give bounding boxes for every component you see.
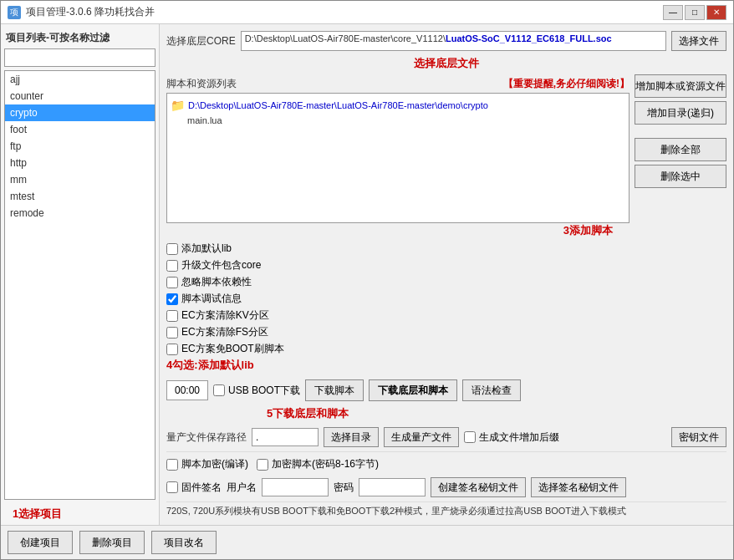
core-row: 选择底层CORE D:\Desktop\LuatOS-Air780E-maste…: [166, 29, 726, 53]
left-panel: 项目列表-可按名称过滤 ajj counter crypto foot ftp …: [1, 24, 160, 525]
project-item-ftp[interactable]: ftp: [5, 138, 155, 155]
project-item-http[interactable]: http: [5, 155, 155, 171]
script-section: 脚本和资源列表 【重要提醒,务必仔细阅读!】 📁 D:\Desktop\Luat…: [166, 74, 726, 374]
project-item-ajj[interactable]: ajj: [5, 71, 155, 88]
download-both-button[interactable]: 下载底层和脚本: [369, 379, 457, 401]
username-label: 用户名: [227, 481, 257, 495]
add-default-lib-checkbox[interactable]: [166, 243, 178, 255]
mass-label: 量产文件保存路径: [166, 430, 247, 445]
generate-suffix-label: 生成文件增加后缀: [479, 430, 559, 445]
add-default-lib-label: 添加默认lib: [181, 242, 232, 256]
encrypt-password-row: 加密脚本(密码8-16字节): [257, 457, 379, 471]
script-title-row: 脚本和资源列表 【重要提醒,务必仔细阅读!】: [166, 74, 630, 93]
title-bar: 项 项目管理-3.0.6 降功耗找合并 — □ ✕: [1, 1, 733, 24]
core-label: 选择底层CORE: [166, 34, 236, 48]
annotation-select-core: 选择底层文件: [166, 56, 726, 71]
ec-free-boot-checkbox[interactable]: [166, 344, 178, 355]
ignore-dependency-checkbox[interactable]: [166, 277, 178, 288]
annotation-default-lib: 4勾选:添加默认lib: [166, 356, 630, 374]
mass-path-input[interactable]: [252, 428, 319, 446]
ec-clear-fs-checkbox[interactable]: [166, 327, 178, 339]
sign-row: 固件签名 用户名 密码 创建签名秘钥文件 选择签名秘钥文件: [166, 476, 726, 498]
main-window: 项 项目管理-3.0.6 降功耗找合并 — □ ✕ 项目列表-可按名称过滤 aj…: [0, 0, 734, 560]
mass-row: 量产文件保存路径 选择目录 生成量产文件 生成文件增加后缀 密钥文件: [166, 426, 726, 448]
delete-all-button[interactable]: 删除全部: [635, 138, 726, 161]
ec-clear-fs-row: EC方案清除FS分区: [166, 325, 630, 339]
usb-boot-checkbox-row: USB BOOT下载: [213, 384, 300, 398]
main-content: 项目列表-可按名称过滤 ajj counter crypto foot ftp …: [1, 24, 733, 525]
password-input[interactable]: [359, 478, 426, 496]
right-panel-wrapper: 选择底层CORE D:\Desktop\LuatOS-Air780E-maste…: [160, 24, 733, 525]
encrypt-script-checkbox[interactable]: [166, 459, 178, 471]
script-folder-item: 📁 D:\Desktop\LuatOS-Air780E-master\LuatO…: [171, 97, 625, 114]
debug-info-row: 脚本调试信息: [166, 292, 630, 306]
encrypt-row: 脚本加密(编译) 加密脚本(密码8-16字节): [166, 451, 726, 473]
annotation-select-project: 1选择项目: [4, 507, 155, 522]
password-label: 密码: [334, 481, 354, 495]
project-item-foot[interactable]: foot: [5, 121, 155, 138]
ec-clear-fs-label: EC方案清除FS分区: [181, 325, 268, 339]
project-item-mm[interactable]: mm: [5, 171, 155, 188]
app-icon: 项: [8, 6, 21, 19]
window-title: 项目管理-3.0.6 降功耗找合并: [26, 5, 155, 19]
script-file-item[interactable]: main.lua: [171, 114, 625, 127]
project-item-remode[interactable]: remode: [5, 205, 155, 221]
core-path-right: LuatOS-SoC_V1112_EC618_FULL.soc: [446, 33, 612, 43]
ec-free-boot-label: EC方案免BOOT刷脚本: [181, 342, 284, 356]
upgrade-include-core-checkbox[interactable]: [166, 260, 178, 272]
firmware-sign-label: 固件签名: [181, 481, 222, 495]
time-display: 00:00: [166, 380, 208, 400]
checkboxes-area: 添加默认lib 升级文件包含core 忽略脚本依赖性: [166, 242, 630, 356]
window-controls: — □ ✕: [663, 5, 726, 20]
folder-icon: 📁: [171, 99, 185, 112]
ignore-dependency-label: 忽略脚本依赖性: [181, 275, 252, 289]
username-input[interactable]: [262, 478, 329, 496]
syntax-check-button[interactable]: 语法检查: [462, 379, 521, 401]
info-text: 720S, 720U系列模块有USB BOOT下载和免BOOT下载2种模式，里产…: [166, 501, 726, 520]
generate-suffix-checkbox[interactable]: [464, 431, 476, 443]
minimize-button[interactable]: —: [663, 5, 683, 20]
key-file-button[interactable]: 密钥文件: [671, 427, 726, 447]
select-core-file-button[interactable]: 选择文件: [671, 31, 726, 51]
script-list: 📁 D:\Desktop\LuatOS-Air780E-master\LuatO…: [166, 93, 630, 223]
debug-info-checkbox[interactable]: [166, 293, 178, 305]
project-item-mtest[interactable]: mtest: [5, 188, 155, 205]
generate-suffix-row: 生成文件增加后缀: [464, 430, 559, 445]
firmware-sign-row: 固件签名: [166, 481, 222, 495]
create-project-button[interactable]: 创建项目: [8, 531, 73, 554]
project-list: ajj counter crypto foot ftp http mm mtes…: [4, 70, 155, 500]
encrypt-script-row: 脚本加密(编译): [166, 457, 248, 471]
close-button[interactable]: ✕: [706, 5, 726, 20]
project-item-crypto[interactable]: crypto: [5, 104, 155, 121]
project-search-input[interactable]: [4, 48, 155, 67]
title-bar-left: 项 项目管理-3.0.6 降功耗找合并: [8, 5, 155, 19]
debug-info-label: 脚本调试信息: [181, 292, 242, 306]
select-key-file-button[interactable]: 选择签名秘钥文件: [531, 477, 626, 497]
script-buttons: 增加脚本或资源文件 增加目录(递归) 删除全部 删除选中: [635, 74, 726, 374]
upgrade-include-core-label: 升级文件包含core: [181, 258, 261, 272]
usb-boot-checkbox[interactable]: [213, 384, 225, 396]
core-path-left: D:\Desktop\LuatOS-Air780E-master\core_V1…: [245, 33, 446, 43]
add-script-button[interactable]: 增加脚本或资源文件: [635, 74, 726, 98]
select-dir-button[interactable]: 选择目录: [324, 427, 379, 447]
generate-file-button[interactable]: 生成量产文件: [384, 427, 459, 447]
delete-project-button[interactable]: 删除项目: [79, 531, 145, 554]
project-item-counter[interactable]: counter: [5, 88, 155, 104]
script-list-title: 脚本和资源列表: [166, 77, 237, 91]
script-left: 脚本和资源列表 【重要提醒,务必仔细阅读!】 📁 D:\Desktop\Luat…: [166, 74, 630, 374]
add-folder-button[interactable]: 增加目录(递归): [635, 101, 726, 125]
ec-clear-kv-row: EC方案清除KV分区: [166, 308, 630, 323]
create-key-file-button[interactable]: 创建签名秘钥文件: [431, 477, 526, 497]
usb-boot-label: USB BOOT下载: [228, 384, 300, 398]
download-script-button[interactable]: 下载脚本: [305, 379, 364, 401]
encrypt-password-checkbox[interactable]: [257, 459, 268, 471]
bottom-buttons: 创建项目 删除项目 项目改名: [1, 525, 733, 559]
maximize-button[interactable]: □: [685, 5, 705, 20]
action-row: 00:00 USB BOOT下载 下载脚本 下载底层和脚本 语法检查: [166, 378, 726, 403]
project-list-title: 项目列表-可按名称过滤: [4, 28, 155, 48]
delete-selected-button[interactable]: 删除选中: [635, 165, 726, 188]
rename-project-button[interactable]: 项目改名: [151, 531, 217, 554]
firmware-sign-checkbox[interactable]: [166, 481, 178, 493]
annotation-download: 5下载底层和脚本: [166, 406, 726, 423]
ec-clear-kv-checkbox[interactable]: [166, 310, 178, 322]
